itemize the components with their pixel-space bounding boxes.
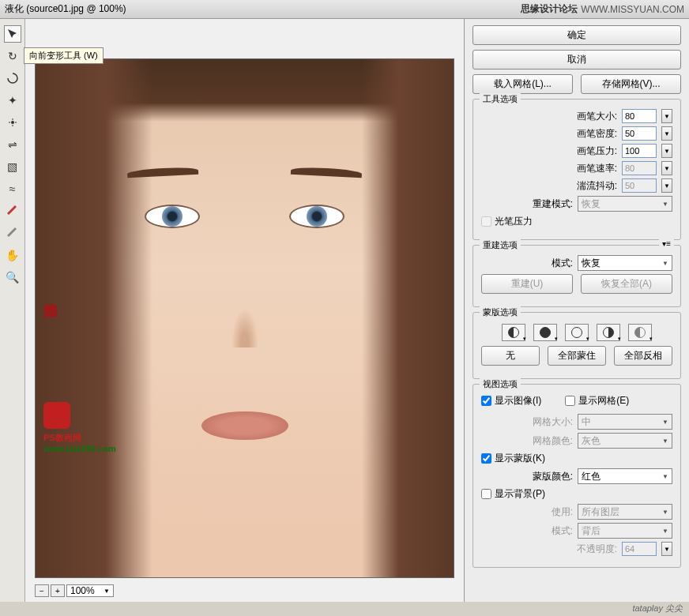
restore-all-button: 恢复全部(A) <box>581 274 672 294</box>
toolbar: ↻ ✦ ⇌ ▧ ≈ ✋ 🔍 <box>0 19 25 602</box>
image-content: 他她找帮你 PS教程网 www.tata580.com <box>36 59 454 577</box>
reconstruct-button: 重建(U) <box>481 274 573 294</box>
group-title-tool: 工具选项 <box>480 93 521 105</box>
twirl-tool[interactable] <box>4 69 21 87</box>
reconstruct-mode-select: 恢复▼ <box>578 196 672 212</box>
brush-size-dd[interactable]: ▼ <box>661 109 672 123</box>
thaw-mask-tool[interactable] <box>4 224 21 242</box>
turbulent-jitter-input <box>622 178 657 193</box>
watermark-url: www.tata580.com <box>43 444 116 453</box>
footer-watermark: tataplay 尖尖 <box>632 603 683 614</box>
reconstruct-tool[interactable]: ↻ <box>4 47 21 65</box>
ok-button[interactable]: 确定 <box>473 25 681 45</box>
watermark-seal <box>43 402 70 429</box>
canvas-area: 他她找帮你 PS教程网 www.tata580.com − + 100%▼ <box>25 19 465 602</box>
brush-density-dd[interactable]: ▼ <box>661 126 672 141</box>
svg-point-0 <box>11 121 14 124</box>
mirror-tool[interactable]: ▧ <box>4 158 21 175</box>
tooltip: 向前变形工具 (W) <box>24 47 104 64</box>
show-mesh-checkbox[interactable] <box>565 396 575 406</box>
stylus-pressure-checkbox <box>481 216 491 227</box>
cancel-button[interactable]: 取消 <box>473 50 681 69</box>
use-select: 所有图层▼ <box>578 504 672 520</box>
opacity-input <box>622 542 657 556</box>
zoom-tool[interactable]: 🔍 <box>4 269 21 286</box>
forum-url: WWW.MISSYUAN.COM <box>581 4 684 15</box>
bloat-tool[interactable] <box>4 114 21 131</box>
titlebar: 液化 (source01.jpg @ 100%) 思缘设计论坛 WWW.MISS… <box>0 0 689 19</box>
zoom-in-button[interactable]: + <box>51 584 65 597</box>
stylus-pressure-check: 光笔压力 <box>481 215 672 228</box>
mask-replace-icon[interactable] <box>502 324 525 341</box>
tool-options-group: 工具选项 画笔大小:▼ 画笔密度:▼ 画笔压力:▼ 画笔速率:▼ 湍流抖动:▼ … <box>473 99 681 240</box>
mask-invert-button[interactable]: 全部反相 <box>614 346 672 366</box>
forum-name: 思缘设计论坛 <box>521 2 578 16</box>
zoom-controls: − + 100%▼ <box>35 584 114 597</box>
canvas[interactable]: 他她找帮你 PS教程网 www.tata580.com <box>35 58 454 578</box>
mask-color-select[interactable]: 红色▼ <box>578 468 672 484</box>
mask-options-group: 蒙版选项 无 全部蒙住 全部反相 <box>473 312 681 379</box>
group-title-reconstruct: 重建选项 <box>480 239 521 251</box>
reconstruct-mode2-select[interactable]: 恢复▼ <box>578 255 672 271</box>
pucker-tool[interactable]: ✦ <box>4 92 21 109</box>
options-panel: 确定 取消 载入网格(L)... 存储网格(V)... 工具选项 画笔大小:▼ … <box>465 19 689 602</box>
watermark-block: PS教程网 www.tata580.com <box>43 399 116 453</box>
brush-pressure-input[interactable] <box>622 144 657 158</box>
group-title-mask: 蒙版选项 <box>480 306 521 318</box>
mask-intersect-icon[interactable] <box>597 324 620 341</box>
mask-all-button[interactable]: 全部蒙住 <box>548 346 606 366</box>
opacity-dd: ▼ <box>661 542 672 556</box>
push-left-tool[interactable]: ⇌ <box>4 136 21 153</box>
mask-none-button[interactable]: 无 <box>481 346 540 366</box>
mask-invert-icon[interactable] <box>628 324 652 341</box>
view-options-group: 视图选项 显示图像(I) 显示网格(E) 网格大小:中▼ 网格颜色:灰色▼ 显示… <box>473 384 681 568</box>
collapse-icon[interactable]: ▾≡ <box>659 239 674 248</box>
brush-size-input[interactable] <box>622 109 657 123</box>
save-mesh-button[interactable]: 存储网格(V)... <box>581 74 681 94</box>
turbulent-jitter-dd: ▼ <box>661 178 672 193</box>
show-mask-checkbox[interactable] <box>481 453 491 464</box>
brush-pressure-dd[interactable]: ▼ <box>661 144 672 158</box>
load-mesh-button[interactable]: 载入网格(L)... <box>473 74 573 94</box>
zoom-out-button[interactable]: − <box>35 584 49 597</box>
brush-rate-dd: ▼ <box>661 161 672 175</box>
mesh-color-select: 灰色▼ <box>578 433 672 449</box>
show-image-checkbox[interactable] <box>481 396 491 406</box>
zoom-value[interactable]: 100%▼ <box>66 584 114 597</box>
freeze-mask-tool[interactable] <box>4 202 21 220</box>
brush-density-input[interactable] <box>622 126 657 141</box>
watermark-label: PS教程网 <box>43 432 81 444</box>
brush-rate-input <box>622 161 657 175</box>
turbulence-tool[interactable]: ≈ <box>4 180 21 197</box>
mask-add-icon[interactable] <box>533 324 557 341</box>
group-title-view: 视图选项 <box>480 378 521 390</box>
mesh-size-select: 中▼ <box>578 414 672 430</box>
forward-warp-tool[interactable] <box>4 25 21 43</box>
bg-mode-select: 背后▼ <box>578 523 672 539</box>
mask-subtract-icon[interactable] <box>565 324 589 341</box>
hand-tool[interactable]: ✋ <box>4 246 21 264</box>
show-bg-checkbox[interactable] <box>481 489 491 499</box>
reconstruct-group: 重建选项 ▾≡ 模式:恢复▼ 重建(U) 恢复全部(A) <box>473 245 681 307</box>
title-text: 液化 (source01.jpg @ 100%) <box>5 2 126 16</box>
